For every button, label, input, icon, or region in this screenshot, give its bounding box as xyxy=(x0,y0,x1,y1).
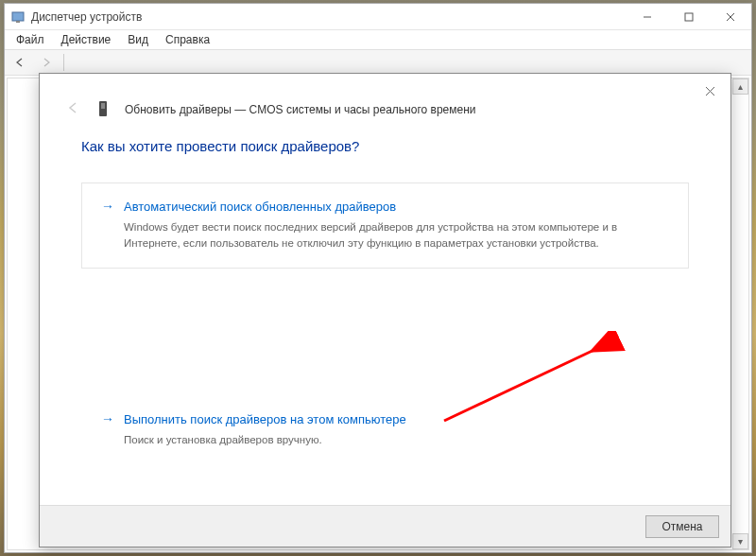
spacer xyxy=(81,282,689,395)
window-title: Диспетчер устройств xyxy=(31,10,627,24)
menu-bar: Файл Действие Вид Справка xyxy=(5,30,751,49)
dialog-body: Как вы хотите провести поиск драйверов? … xyxy=(40,129,730,505)
toolbar-separator xyxy=(63,54,64,71)
svg-rect-1 xyxy=(16,21,20,23)
minimize-button[interactable] xyxy=(627,4,668,30)
option-browse-computer[interactable]: → Выполнить поиск драйверов на этом комп… xyxy=(81,395,689,466)
toolbar-button[interactable] xyxy=(123,52,146,73)
back-arrow-icon[interactable] xyxy=(64,101,83,118)
option-auto-title: Автоматический поиск обновленных драйвер… xyxy=(124,200,396,214)
menu-action[interactable]: Действие xyxy=(54,31,119,48)
toolbar xyxy=(5,49,751,76)
update-driver-dialog: Обновить драйверы — CMOS системы и часы … xyxy=(39,73,731,547)
arrow-right-icon: → xyxy=(101,199,114,214)
option-browse-desc: Поиск и установка драйверов вручную. xyxy=(101,432,669,448)
option-browse-title: Выполнить поиск драйверов на этом компью… xyxy=(124,412,406,426)
scroll-down-button[interactable]: ▾ xyxy=(732,533,748,549)
toolbar-button[interactable] xyxy=(70,52,93,73)
cancel-button[interactable]: Отмена xyxy=(645,515,719,538)
dialog-header: Обновить драйверы — CMOS системы и часы … xyxy=(40,74,730,129)
app-icon xyxy=(10,9,26,25)
scroll-up-button[interactable]: ▴ xyxy=(732,78,748,95)
toolbar-button[interactable] xyxy=(149,52,172,73)
dialog-title: Обновить драйверы — CMOS системы и часы … xyxy=(125,103,475,116)
arrow-right-icon: → xyxy=(101,411,114,426)
menu-file[interactable]: Файл xyxy=(9,31,52,48)
menu-help[interactable]: Справка xyxy=(158,31,217,48)
dialog-footer: Отмена xyxy=(40,505,730,547)
maximize-button[interactable] xyxy=(668,4,710,30)
svg-rect-0 xyxy=(12,12,24,21)
window-controls xyxy=(627,4,751,29)
menu-view[interactable]: Вид xyxy=(120,31,156,48)
back-icon[interactable] xyxy=(9,52,31,73)
question-heading: Как вы хотите провести поиск драйверов? xyxy=(81,138,689,154)
forward-icon[interactable] xyxy=(35,52,58,73)
title-bar: Диспетчер устройств xyxy=(5,4,751,30)
device-icon xyxy=(96,100,112,119)
toolbar-button[interactable] xyxy=(96,52,119,73)
close-button[interactable] xyxy=(710,4,751,30)
dialog-close-button[interactable] xyxy=(698,79,721,102)
option-auto-search[interactable]: → Автоматический поиск обновленных драйв… xyxy=(81,182,689,269)
svg-rect-9 xyxy=(101,103,105,109)
option-auto-desc: Windows будет вести поиск последних верс… xyxy=(101,219,669,251)
svg-rect-3 xyxy=(685,13,693,21)
